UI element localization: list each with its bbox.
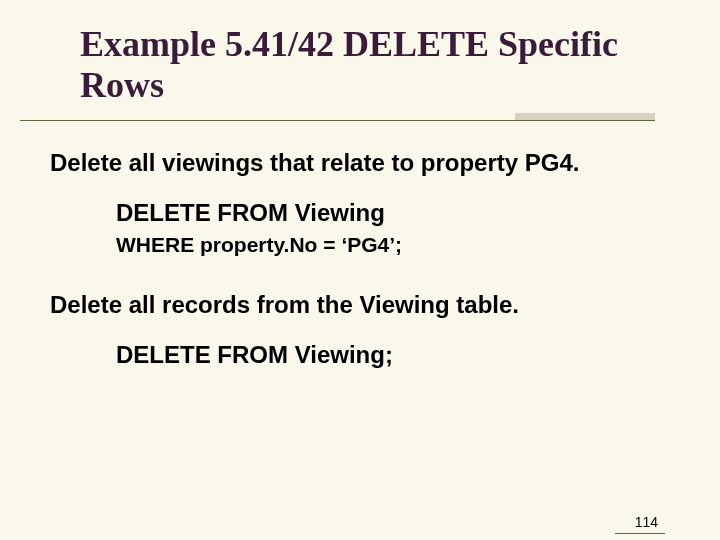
code-line: WHERE property.No = ‘PG4’; bbox=[116, 233, 670, 257]
title-rule-line bbox=[20, 120, 655, 121]
slide-body: Delete all viewings that relate to prope… bbox=[50, 149, 670, 369]
lead-text-2: Delete all records from the Viewing tabl… bbox=[50, 291, 670, 319]
page-number-underline bbox=[615, 533, 665, 534]
code-block-2: DELETE FROM Viewing; bbox=[116, 341, 670, 369]
lead-text-1: Delete all viewings that relate to prope… bbox=[50, 149, 670, 177]
title-rule bbox=[0, 113, 720, 123]
slide-title: Example 5.41/42 DELETE Specific Rows bbox=[80, 24, 664, 107]
slide: Example 5.41/42 DELETE Specific Rows Del… bbox=[0, 24, 720, 540]
code-line: DELETE FROM Viewing bbox=[116, 199, 670, 227]
code-line: DELETE FROM Viewing; bbox=[116, 341, 670, 369]
code-block-1: DELETE FROM Viewing WHERE property.No = … bbox=[116, 199, 670, 257]
page-number: 114 bbox=[635, 514, 658, 530]
